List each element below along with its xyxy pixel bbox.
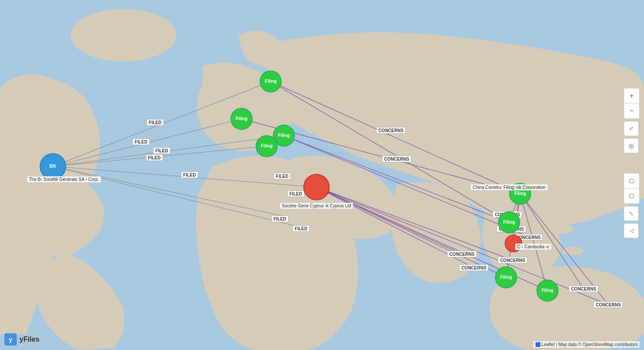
- yfiles-text: yFiles: [19, 335, 39, 343]
- edge-label-concerns-8: CONCERNS: [498, 257, 527, 264]
- node-filing-se2[interactable]: Filing: [495, 266, 517, 288]
- edge-label-filed-1: FILED: [147, 119, 164, 126]
- edge-label-filed-7: FILED: [287, 191, 305, 197]
- edge-label-concerns-2: CONCERNS: [382, 156, 411, 162]
- zoom-out-button[interactable]: −: [624, 103, 639, 118]
- edge-label-filed-4: FILED: [146, 155, 163, 161]
- node-filing-4[interactable]: Filing: [256, 135, 278, 157]
- node-societe-generale[interactable]: BK: [40, 153, 66, 180]
- edge-label-filed-3: FILED: [153, 147, 171, 154]
- graph-icon-1[interactable]: ⬡: [624, 173, 639, 188]
- yfiles-icon: y: [4, 333, 17, 346]
- edge-label-filed-6: FILED: [274, 173, 291, 180]
- zoom-in-button[interactable]: +: [624, 88, 639, 103]
- fit-width-button[interactable]: ⤡: [624, 206, 639, 221]
- node-societe-cyprus[interactable]: [303, 174, 330, 200]
- label-bk: The B‹ Société Générale SA ‹ Corp.: [27, 176, 101, 183]
- location-button[interactable]: ◎: [624, 138, 639, 153]
- arrow-button[interactable]: ◁: [624, 223, 639, 238]
- map-container[interactable]: FILED FILED FILED FILED FILED FILED FILE…: [0, 0, 644, 350]
- svg-point-3: [547, 224, 573, 234]
- fit-screen-button[interactable]: ⤢: [624, 121, 639, 136]
- edge-label-concerns-1: CONCERNS: [376, 127, 406, 134]
- edge-label-filed-2: FILED: [133, 139, 150, 145]
- node-filing-1[interactable]: Filing: [260, 70, 282, 92]
- edge-label-concerns-6: CONCERNS: [447, 251, 476, 258]
- graph-icon-2[interactable]: ⬡: [624, 188, 639, 203]
- svg-point-1: [71, 9, 176, 62]
- label-cambodia: C ‹ Cambodia ‹c: [515, 243, 552, 250]
- svg-point-5: [580, 106, 602, 141]
- node-filing-se3[interactable]: Filing: [536, 280, 558, 302]
- svg-point-6: [597, 134, 610, 156]
- edge-label-filed-5: FILED: [181, 172, 198, 178]
- edge-label-filed-9: FILED: [293, 225, 310, 232]
- node-filing-se1[interactable]: Filing: [498, 211, 520, 233]
- label-china-filing: China Constru‹ Filing ‹nk Corporation: [470, 184, 548, 191]
- yfiles-logo: y yFiles: [4, 333, 39, 346]
- edge-label-concerns-7: CONCERNS: [459, 265, 488, 271]
- edge-label-concerns-10: CONCERNS: [593, 302, 623, 308]
- edge-label-filed-8: FILED: [272, 216, 289, 222]
- node-filing-2[interactable]: Filing: [231, 108, 253, 130]
- svg-point-4: [562, 247, 584, 255]
- label-societe-cyprus: Societe Gene Cyprus ‹k Cyprus Ltd: [279, 203, 353, 209]
- edge-label-concerns-9: CONCERNS: [569, 286, 598, 292]
- map-controls: + − ⤢ ◎ ⬡ ⬡ ⤡ ◁: [624, 88, 640, 238]
- map-attribution: 🟦 Leaflet | Map data © OpenStreetMap con…: [533, 341, 640, 348]
